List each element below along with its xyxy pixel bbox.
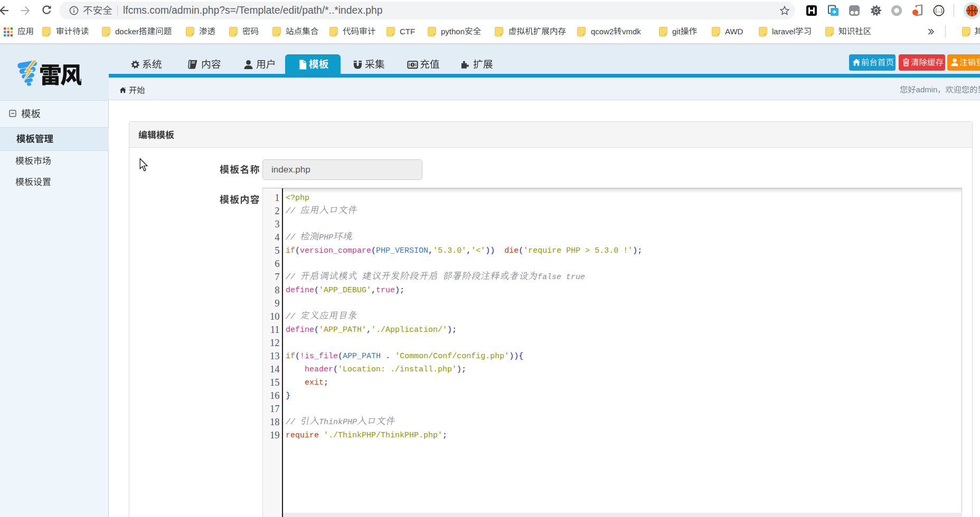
svg-text:{...}: {...} (935, 8, 943, 13)
